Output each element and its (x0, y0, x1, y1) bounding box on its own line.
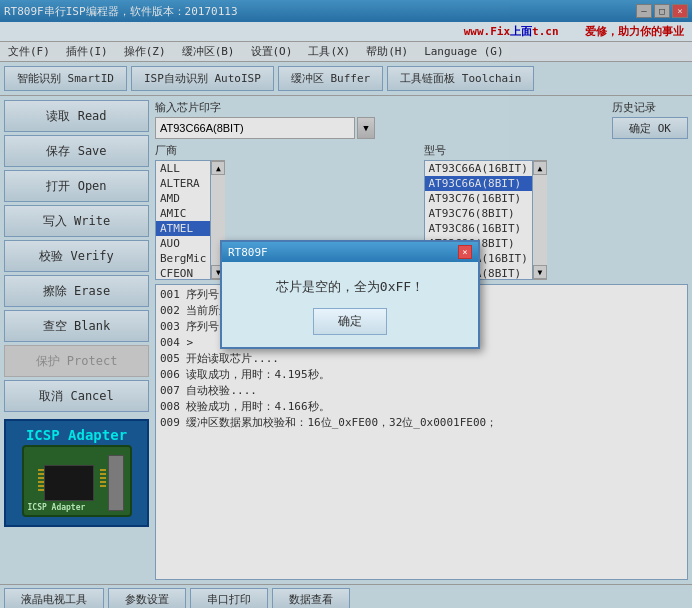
modal-message: 芯片是空的，全为0xFF！ (234, 278, 466, 296)
modal-dialog: RT809F × 芯片是空的，全为0xFF！ 确定 (220, 240, 480, 349)
modal-title: RT809F (228, 246, 268, 259)
modal-title-bar: RT809F × (222, 242, 478, 262)
modal-overlay: RT809F × 芯片是空的，全为0xFF！ 确定 (0, 0, 692, 608)
modal-ok-button[interactable]: 确定 (313, 308, 387, 335)
modal-close-button[interactable]: × (458, 245, 472, 259)
modal-body: 芯片是空的，全为0xFF！ 确定 (222, 262, 478, 347)
